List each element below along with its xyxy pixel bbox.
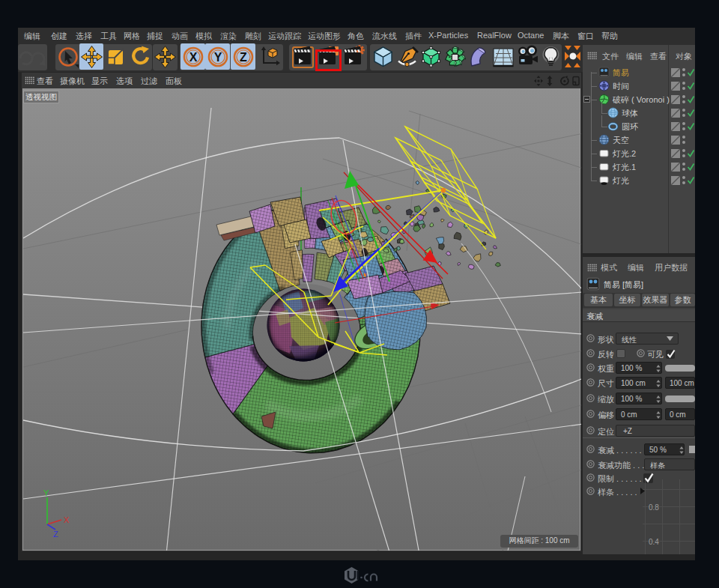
svg-text:Z: Z xyxy=(53,530,58,539)
svg-text:Y: Y xyxy=(214,51,222,64)
svg-text:0.4: 0.4 xyxy=(649,538,659,546)
svg-text:X: X xyxy=(189,51,198,64)
svg-text:X: X xyxy=(64,515,70,524)
svg-text:Z: Z xyxy=(240,51,247,64)
svg-text:0.8: 0.8 xyxy=(649,503,659,512)
svg-text:Y: Y xyxy=(43,488,49,497)
